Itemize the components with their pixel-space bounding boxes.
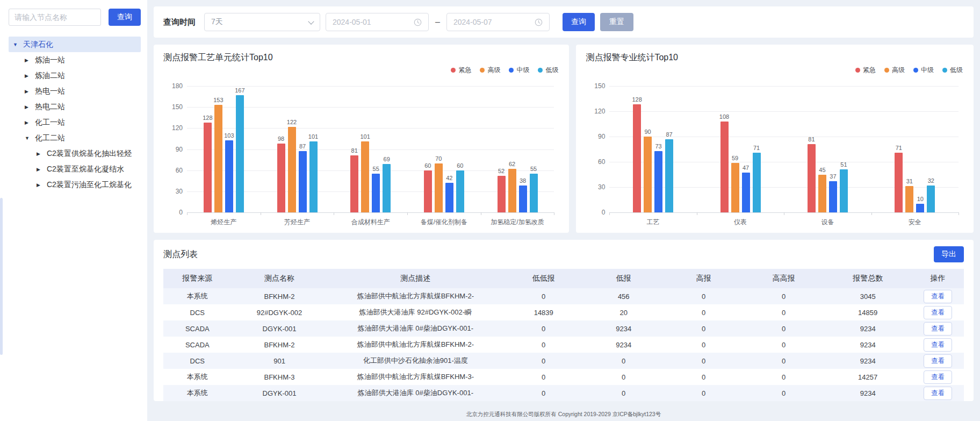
view-button[interactable]: 查看 (924, 306, 952, 319)
bar-中级[interactable]: 10 (916, 204, 924, 212)
x-axis-category-label: 烯烃生产 (187, 218, 261, 227)
bar-低级[interactable]: 69 (383, 164, 391, 212)
view-button[interactable]: 查看 (924, 290, 952, 303)
bar-高级[interactable]: 31 (905, 186, 913, 212)
y-axis-tick-label: 0 (587, 209, 605, 216)
bar-中级[interactable]: 42 (445, 183, 453, 212)
y-axis-tick-label: 150 (587, 82, 605, 90)
bar-中级[interactable]: 55 (372, 174, 380, 212)
triangle-right-icon[interactable]: ▶ (25, 120, 30, 125)
tree-item[interactable]: ▶C2装置供烷基化抽出轻烃 (9, 146, 141, 161)
triangle-right-icon[interactable]: ▶ (25, 89, 30, 94)
tree-item[interactable]: ▶热电一站 (9, 83, 141, 99)
start-date-input[interactable]: 2024-05-01 (326, 13, 429, 31)
triangle-down-icon[interactable]: ▼ (13, 42, 18, 47)
query-button[interactable]: 查询 (563, 13, 595, 31)
bar-value-label: 101 (308, 133, 318, 140)
tree-item[interactable]: ▶C2装置至烷基化凝结水 (9, 161, 141, 177)
x-axis-category-label: 工艺 (609, 218, 696, 227)
bar-低级[interactable]: 55 (530, 174, 538, 212)
view-button[interactable]: 查看 (924, 338, 952, 352)
legend-item-高级[interactable]: 高级 (480, 66, 500, 74)
legend-dot-icon (480, 68, 485, 73)
triangle-right-icon[interactable]: ▶ (37, 182, 42, 188)
x-axis-category-label: 芳烃生产 (261, 218, 334, 227)
sidebar: 查询 ▼天津石化▶炼油一站▶炼油二站▶热电一站▶热电二站▶化工一站▼化工二站▶C… (0, 0, 147, 421)
bar-中级[interactable]: 47 (742, 173, 750, 212)
bar-中级[interactable]: 73 (654, 151, 662, 212)
bar-中级[interactable]: 37 (829, 181, 837, 212)
bar-低级[interactable]: 51 (840, 169, 848, 212)
table-cell: 炼油部供大港油库 92#DGYK-002-瞬 (327, 304, 503, 320)
legend-label: 紧急 (458, 66, 471, 75)
bar-value-label: 55 (373, 166, 379, 172)
bar-紧急[interactable]: 128 (633, 104, 641, 212)
tree-item[interactable]: ▶炼油一站 (9, 52, 141, 68)
bar-高级[interactable]: 122 (288, 127, 296, 212)
bar-高级[interactable]: 59 (731, 163, 739, 212)
legend-item-紧急[interactable]: 紧急 (855, 66, 876, 74)
table-cell: 0 (664, 369, 744, 385)
bar-中级[interactable]: 38 (519, 185, 527, 212)
bar-紧急[interactable]: 108 (720, 122, 729, 212)
tree-item[interactable]: ▼天津石化 (9, 37, 141, 52)
bar-低级[interactable]: 167 (236, 95, 244, 212)
bar-group: 128907387 (609, 86, 696, 212)
bar-紧急[interactable]: 81 (808, 144, 816, 212)
legend-item-中级[interactable]: 中级 (509, 66, 529, 74)
bar-高级[interactable]: 45 (818, 175, 826, 213)
legend-item-中级[interactable]: 中级 (913, 66, 934, 74)
bar-紧急[interactable]: 98 (277, 144, 285, 212)
tree-item-label: C2装置至烷基化凝结水 (47, 165, 124, 174)
bar-低级[interactable]: 32 (927, 185, 935, 212)
tree-item[interactable]: ▼化工二站 (9, 130, 141, 146)
time-range-select[interactable]: 7天 (204, 13, 320, 31)
bar-中级[interactable]: 103 (225, 140, 233, 212)
bar-中级[interactable]: 87 (299, 151, 307, 212)
x-axis-tick (609, 212, 610, 215)
bar-高级[interactable]: 90 (644, 137, 652, 212)
bar-group: 108594771 (697, 86, 784, 212)
triangle-right-icon[interactable]: ▶ (25, 58, 30, 63)
bar-紧急[interactable]: 128 (204, 123, 212, 212)
bar-高级[interactable]: 62 (508, 169, 516, 212)
table-cell: DGYK-001 (232, 385, 328, 401)
tree-item-label: 天津石化 (23, 40, 53, 49)
bar-高级[interactable]: 153 (214, 105, 222, 212)
export-button[interactable]: 导出 (934, 246, 964, 262)
legend-item-高级[interactable]: 高级 (884, 66, 905, 74)
triangle-right-icon[interactable]: ▶ (37, 167, 42, 172)
tree-item[interactable]: ▶炼油二站 (9, 68, 141, 83)
view-button[interactable]: 查看 (924, 322, 952, 336)
legend-item-紧急[interactable]: 紧急 (451, 66, 471, 74)
reset-button[interactable]: 重置 (600, 13, 633, 31)
view-button[interactable]: 查看 (924, 387, 952, 400)
bar-紧急[interactable]: 81 (350, 155, 358, 212)
bar-低级[interactable]: 71 (753, 153, 761, 212)
bar-低级[interactable]: 87 (665, 139, 673, 212)
tree-item[interactable]: ▶化工一站 (9, 115, 141, 130)
triangle-right-icon[interactable]: ▶ (25, 73, 30, 79)
view-button[interactable]: 查看 (924, 370, 952, 384)
legend-item-低级[interactable]: 低级 (942, 66, 963, 74)
bar-低级[interactable]: 60 (456, 170, 464, 212)
table-cell: 炼油部供大港油库 0#柴油DGYK-001- (327, 320, 503, 337)
bar-高级[interactable]: 70 (435, 163, 443, 212)
view-button[interactable]: 查看 (924, 354, 952, 368)
triangle-right-icon[interactable]: ▶ (25, 104, 30, 110)
tree-item[interactable]: ▶热电二站 (9, 99, 141, 115)
tree-item[interactable]: ▶C2装置污油至化工烷基化 (9, 177, 141, 192)
legend-item-低级[interactable]: 低级 (538, 66, 558, 74)
table-action-cell: 查看 (912, 304, 964, 320)
end-date-input[interactable]: 2024-05-07 (446, 13, 550, 31)
bar-紧急[interactable]: 60 (424, 170, 432, 212)
bar-紧急[interactable]: 71 (895, 153, 903, 212)
triangle-right-icon[interactable]: ▶ (37, 151, 42, 156)
bar-低级[interactable]: 101 (309, 141, 318, 212)
bar-高级[interactable]: 101 (361, 141, 369, 212)
node-search-button[interactable]: 查询 (109, 9, 141, 26)
triangle-down-icon[interactable]: ▼ (25, 135, 30, 141)
sidebar-scrollbar[interactable] (0, 198, 3, 355)
node-search-input[interactable] (9, 9, 101, 26)
bar-紧急[interactable]: 52 (498, 176, 506, 212)
